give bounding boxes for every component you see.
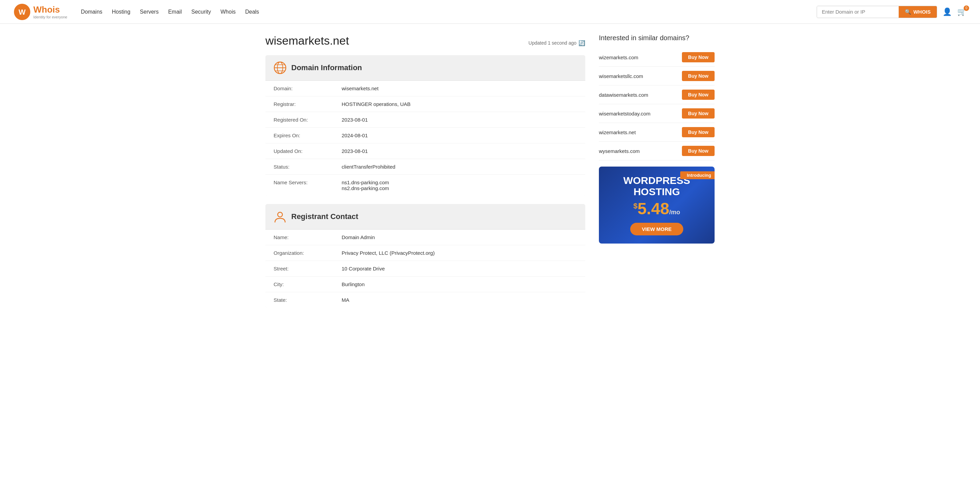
buy-btn-3[interactable]: Buy Now [682,109,714,118]
registrant-label-0: Name: [274,235,342,240]
updated-bar: Updated 1 second ago 🔄 [528,40,585,46]
logo-text: Whois Identity for everyone [33,5,67,19]
similar-domain-name-1: wisemarketsllc.com [599,73,643,79]
ad-price-unit: /mo [669,209,680,215]
nav-domains[interactable]: Domains [81,9,102,15]
ad-price-symbol: $ [633,202,637,210]
registrant-label-2: Street: [274,266,342,271]
nav-whois[interactable]: Whois [221,9,235,15]
registrant-value-0: Domain Admin [342,235,375,240]
registrant-contact-card: Registrant Contact Name: Domain Admin Or… [266,204,585,308]
domain-label-6: Name Servers: [274,179,342,191]
sidebar-title: Interested in similar domains? [599,34,714,42]
registrant-contact-header: Registrant Contact [266,204,585,230]
domain-info-row-0: Domain: wisemarkets.net [266,81,585,96]
user-account-icon[interactable]: 👤 [943,8,952,16]
domain-label-0: Domain: [274,86,342,91]
registrant-contact-icon [274,210,286,223]
registrant-contact-title: Registrant Contact [291,212,358,221]
content-area: wisemarkets.net Updated 1 second ago 🔄 D… [266,34,585,316]
logo-icon: W [14,3,30,21]
refresh-icon[interactable]: 🔄 [579,40,585,46]
similar-domain-5: wysemarkets.com Buy Now [599,142,714,160]
domain-label-5: Status: [274,164,342,170]
similar-domain-name-4: wizemarkets.net [599,129,636,135]
logo-tagline-label: Identity for everyone [33,15,67,19]
search-bar: 🔍 WHOIS [817,6,937,18]
domain-info-card: Domain Information Domain: wisemarkets.n… [266,55,585,196]
logo-whois-label: Whois [33,5,67,15]
ad-price-value: 5.48 [637,200,669,218]
buy-btn-2[interactable]: Buy Now [682,89,714,100]
header: W Whois Identity for everyone Domains Ho… [0,0,980,24]
registrant-value-1: Privacy Protect, LLC (PrivacyProtect.org… [342,250,434,256]
nav-security[interactable]: Security [191,9,211,15]
similar-domain-1: wisemarketsllc.com Buy Now [599,67,714,86]
domain-label-3: Expires On: [274,132,342,138]
domain-info-body: Domain: wisemarkets.net Registrar: HOSTI… [266,81,585,196]
domain-value-4: 2023-08-01 [342,148,368,154]
cart-badge: 0 [964,5,969,11]
registrant-row-1: Organization: Privacy Protect, LLC (Priv… [266,245,585,261]
domain-info-header: Domain Information [266,55,585,81]
main-container: wisemarkets.net Updated 1 second ago 🔄 D… [252,24,728,326]
registrant-row-3: City: Burlington [266,276,585,292]
domain-info-row-5: Status: clientTransferProhibited [266,159,585,175]
buy-btn-5[interactable]: Buy Now [682,146,714,156]
domain-info-title: Domain Information [291,63,362,72]
domain-info-icon [274,61,286,74]
header-actions: 🔍 WHOIS 👤 🛒 0 [817,6,966,18]
similar-domain-name-3: wisemarketstoday.com [599,111,650,117]
buy-btn-0[interactable]: Buy Now [682,52,714,62]
domain-label-2: Registered On: [274,117,342,123]
domain-value-5: clientTransferProhibited [342,164,395,170]
domain-info-row-6: Name Servers: ns1.dns-parking.com ns2.dn… [266,175,585,196]
search-button-label: WHOIS [913,9,931,14]
page-title: wisemarkets.net [266,34,349,47]
svg-point-7 [278,212,282,217]
registrant-value-3: Burlington [342,281,365,287]
domain-info-row-3: Expires On: 2024-08-01 [266,128,585,144]
svg-text:W: W [19,8,26,16]
ad-view-more-button[interactable]: VIEW MORE [630,223,683,235]
similar-domain-name-0: wizemarkets.com [599,54,638,60]
domain-info-row-4: Updated On: 2023-08-01 [266,144,585,159]
sidebar: Interested in similar domains? wizemarke… [599,34,714,316]
search-button[interactable]: 🔍 WHOIS [899,6,937,18]
similar-domain-3: wisemarketstoday.com Buy Now [599,104,714,123]
search-icon: 🔍 [905,9,911,15]
buy-btn-1[interactable]: Buy Now [682,71,714,81]
nav-servers[interactable]: Servers [140,9,159,15]
domain-value-2: 2023-08-01 [342,117,368,123]
ad-banner: Introducing WORDPRESSHOSTING $5.48/mo VI… [599,166,714,244]
similar-domain-2: datawisemarkets.com Buy Now [599,86,714,104]
registrant-value-4: MA [342,297,350,303]
nav-email[interactable]: Email [168,9,182,15]
updated-text: Updated 1 second ago [528,40,576,46]
registrant-value-2: 10 Corporate Drive [342,266,385,271]
registrant-label-3: City: [274,281,342,287]
domain-label-1: Registrar: [274,101,342,107]
buy-btn-4[interactable]: Buy Now [682,127,714,137]
domain-value-1: HOSTINGER operations, UAB [342,101,411,107]
registrant-row-0: Name: Domain Admin [266,230,585,245]
similar-domain-name-5: wysemarkets.com [599,148,640,154]
nav-hosting[interactable]: Hosting [112,9,130,15]
cart-wrapper: 🛒 0 [957,8,966,16]
similar-domain-4: wizemarkets.net Buy Now [599,123,714,142]
registrant-contact-body: Name: Domain Admin Organization: Privacy… [266,230,585,308]
search-input[interactable] [817,6,899,18]
registrant-label-4: State: [274,297,342,303]
domain-value-6: ns1.dns-parking.com ns2.dns-parking.com [342,179,389,191]
ad-ribbon: Introducing [680,171,715,179]
domain-value-0: wisemarkets.net [342,86,379,91]
logo-link[interactable]: W Whois Identity for everyone [14,3,67,21]
registrant-row-2: Street: 10 Corporate Drive [266,261,585,276]
domain-label-4: Updated On: [274,148,342,154]
similar-domain-name-2: datawisemarkets.com [599,92,648,98]
registrant-row-4: State: MA [266,292,585,308]
domain-info-row-1: Registrar: HOSTINGER operations, UAB [266,96,585,112]
domain-value-3: 2024-08-01 [342,132,368,138]
domain-info-row-2: Registered On: 2023-08-01 [266,112,585,128]
nav-deals[interactable]: Deals [245,9,259,15]
